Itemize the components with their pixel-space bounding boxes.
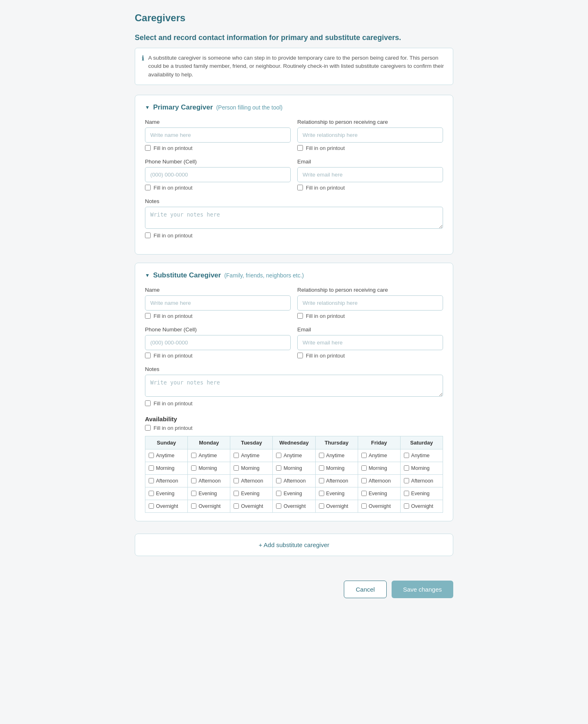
substitute-phone-printout-checkbox[interactable] — [145, 353, 151, 358]
avail-label-monday-morning: Morning — [198, 465, 217, 471]
avail-checkbox-monday-overnight[interactable] — [191, 503, 196, 509]
primary-relationship-printout-checkbox[interactable] — [297, 145, 303, 151]
avail-cell-thursday-afternoon: Afternoon — [315, 474, 358, 487]
avail-checkbox-monday-morning[interactable] — [191, 465, 196, 471]
avail-checkbox-sunday-morning[interactable] — [149, 465, 154, 471]
primary-caregiver-subtitle: (Person filling out the tool) — [216, 104, 283, 111]
avail-checkbox-thursday-evening[interactable] — [319, 491, 324, 496]
avail-cell-friday-evening: Evening — [358, 487, 400, 500]
substitute-relationship-input[interactable] — [297, 295, 443, 311]
avail-checkbox-saturday-anytime[interactable] — [404, 453, 409, 458]
avail-checkbox-sunday-evening[interactable] — [149, 491, 154, 496]
avail-checkbox-thursday-afternoon[interactable] — [319, 478, 324, 483]
avail-label-wednesday-morning: Morning — [283, 465, 302, 471]
avail-checkbox-tuesday-overnight[interactable] — [234, 503, 239, 509]
primary-phone-email-row: Phone Number (Cell) Fill in on printout … — [145, 159, 443, 196]
avail-cell-saturday-evening: Evening — [400, 487, 443, 500]
avail-label-sunday-overnight: Overnight — [156, 503, 178, 509]
avail-cell-wednesday-evening: Evening — [273, 487, 315, 500]
availability-printout-checkbox[interactable] — [145, 425, 151, 431]
primary-name-input[interactable] — [145, 127, 291, 143]
substitute-relationship-printout-checkbox[interactable] — [297, 313, 303, 319]
save-changes-button[interactable]: Save changes — [392, 581, 453, 598]
avail-checkbox-friday-afternoon[interactable] — [361, 478, 367, 483]
avail-checkbox-friday-anytime[interactable] — [361, 453, 367, 458]
add-substitute-caregiver-button[interactable]: + Add substitute caregiver — [135, 534, 453, 556]
avail-checkbox-wednesday-morning[interactable] — [276, 465, 281, 471]
substitute-name-printout-checkbox[interactable] — [145, 313, 151, 319]
avail-checkbox-thursday-overnight[interactable] — [319, 503, 324, 509]
avail-checkbox-thursday-morning[interactable] — [319, 465, 324, 471]
avail-checkbox-monday-afternoon[interactable] — [191, 478, 196, 483]
avail-checkbox-saturday-overnight[interactable] — [404, 503, 409, 509]
avail-checkbox-wednesday-overnight[interactable] — [276, 503, 281, 509]
avail-checkbox-wednesday-anytime[interactable] — [276, 453, 281, 458]
primary-notes-printout-checkbox[interactable] — [145, 232, 151, 238]
primary-notes-input[interactable] — [145, 207, 443, 229]
avail-checkbox-sunday-afternoon[interactable] — [149, 478, 154, 483]
avail-checkbox-sunday-overnight[interactable] — [149, 503, 154, 509]
primary-notes-group: Notes Fill in on printout — [145, 198, 443, 244]
primary-name-printout-checkbox[interactable] — [145, 145, 151, 151]
primary-name-relationship-row: Name Fill in on printout Relationship to… — [145, 119, 443, 156]
avail-checkbox-wednesday-evening[interactable] — [276, 491, 281, 496]
primary-email-input[interactable] — [297, 167, 443, 182]
primary-email-group: Email Fill in on printout — [297, 159, 443, 196]
primary-email-printout-checkbox[interactable] — [297, 185, 303, 190]
avail-checkbox-tuesday-morning[interactable] — [234, 465, 239, 471]
primary-phone-input[interactable] — [145, 167, 291, 182]
avail-label-friday-overnight: Overnight — [369, 503, 391, 509]
avail-cell-monday-morning: Morning — [188, 462, 230, 474]
primary-caregiver-card: ▼ Primary Caregiver (Person filling out … — [135, 95, 453, 255]
avail-checkbox-tuesday-afternoon[interactable] — [234, 478, 239, 483]
day-thursday: Thursday — [315, 436, 358, 449]
avail-label-thursday-anytime: Anytime — [326, 453, 345, 458]
primary-relationship-input[interactable] — [297, 127, 443, 143]
substitute-email-group: Email Fill in on printout — [297, 326, 443, 364]
substitute-phone-group: Phone Number (Cell) Fill in on printout — [145, 326, 291, 364]
avail-label-tuesday-overnight: Overnight — [241, 503, 263, 509]
substitute-chevron-down-icon: ▼ — [145, 273, 150, 278]
substitute-caregiver-card: ▼ Substitute Caregiver (Family, friends,… — [135, 263, 453, 521]
substitute-phone-printout-row: Fill in on printout — [145, 353, 291, 359]
primary-relationship-label: Relationship to person receiving care — [297, 119, 443, 125]
avail-checkbox-tuesday-anytime[interactable] — [234, 453, 239, 458]
avail-checkbox-friday-overnight[interactable] — [361, 503, 367, 509]
primary-name-printout-row: Fill in on printout — [145, 145, 291, 151]
primary-relationship-printout-label: Fill in on printout — [306, 145, 345, 151]
primary-phone-printout-checkbox[interactable] — [145, 185, 151, 190]
substitute-phone-label: Phone Number (Cell) — [145, 326, 291, 333]
avail-checkbox-friday-morning[interactable] — [361, 465, 367, 471]
avail-checkbox-monday-anytime[interactable] — [191, 453, 196, 458]
availability-header-row: Sunday Monday Tuesday Wednesday Thursday… — [145, 436, 443, 449]
substitute-phone-input[interactable] — [145, 335, 291, 350]
cancel-button[interactable]: Cancel — [344, 581, 387, 598]
avail-label-sunday-afternoon: Afternoon — [156, 478, 178, 484]
avail-checkbox-sunday-anytime[interactable] — [149, 453, 154, 458]
substitute-notes-group: Notes Fill in on printout — [145, 366, 443, 411]
avail-label-sunday-morning: Morning — [156, 465, 174, 471]
availability-row-overnight: OvernightOvernightOvernightOvernightOver… — [145, 500, 443, 512]
substitute-notes-printout-checkbox[interactable] — [145, 400, 151, 406]
substitute-email-printout-checkbox[interactable] — [297, 353, 303, 358]
availability-printout-label: Fill in on printout — [154, 425, 192, 431]
avail-checkbox-monday-evening[interactable] — [191, 491, 196, 496]
availability-section: Availability Fill in on printout Sunday … — [145, 416, 443, 513]
avail-checkbox-saturday-morning[interactable] — [404, 465, 409, 471]
avail-checkbox-tuesday-evening[interactable] — [234, 491, 239, 496]
primary-notes-row: Notes Fill in on printout — [145, 198, 443, 244]
substitute-email-printout-row: Fill in on printout — [297, 353, 443, 359]
substitute-name-input[interactable] — [145, 295, 291, 311]
avail-cell-saturday-afternoon: Afternoon — [400, 474, 443, 487]
avail-checkbox-friday-evening[interactable] — [361, 491, 367, 496]
avail-checkbox-wednesday-afternoon[interactable] — [276, 478, 281, 483]
substitute-notes-input[interactable] — [145, 375, 443, 397]
primary-caregiver-header: ▼ Primary Caregiver (Person filling out … — [145, 103, 443, 112]
avail-cell-monday-afternoon: Afternoon — [188, 474, 230, 487]
avail-label-tuesday-evening: Evening — [241, 491, 259, 496]
avail-label-saturday-evening: Evening — [411, 491, 430, 496]
avail-checkbox-thursday-anytime[interactable] — [319, 453, 324, 458]
substitute-email-input[interactable] — [297, 335, 443, 350]
avail-checkbox-saturday-afternoon[interactable] — [404, 478, 409, 483]
avail-checkbox-saturday-evening[interactable] — [404, 491, 409, 496]
